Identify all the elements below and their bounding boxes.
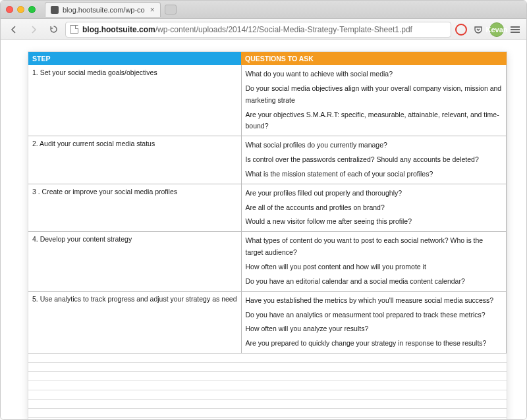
browser-window: blog.hootsuite.com/wp-co × blog.hootsuit… bbox=[0, 0, 527, 420]
minimize-window-button[interactable] bbox=[17, 6, 24, 13]
table-row bbox=[28, 409, 507, 418]
question-text: Do your social media objectives align wi… bbox=[246, 82, 503, 108]
close-tab-button[interactable]: × bbox=[150, 5, 155, 14]
question-text: How often will you analyze your results? bbox=[246, 322, 503, 336]
question-text: Do you have an analytics or measurment t… bbox=[246, 308, 503, 323]
questions-cell: Have you established the metrics by whic… bbox=[241, 291, 507, 353]
address-bar[interactable]: blog.hootsuite.com/wp-content/uploads/20… bbox=[65, 22, 451, 38]
avatar-label: Kevan bbox=[485, 26, 507, 34]
pocket-icon[interactable] bbox=[472, 24, 484, 36]
table-row bbox=[28, 418, 507, 419]
tab-bar: blog.hootsuite.com/wp-co × bbox=[1, 1, 526, 19]
question-text: What is the mission statement of each of… bbox=[246, 167, 503, 182]
table-row: 5. Use analytics to track progress and a… bbox=[28, 291, 507, 353]
table-row bbox=[28, 400, 507, 409]
question-text: What do you want to achieve with social … bbox=[246, 67, 503, 82]
table-row bbox=[28, 354, 507, 363]
opera-icon[interactable] bbox=[455, 24, 467, 36]
questions-cell: What do you want to achieve with social … bbox=[241, 65, 507, 136]
window-controls bbox=[6, 6, 36, 13]
question-text: Is control over the passwords centralize… bbox=[246, 153, 503, 167]
profile-avatar[interactable]: Kevan bbox=[489, 22, 504, 37]
toolbar: blog.hootsuite.com/wp-content/uploads/20… bbox=[1, 19, 526, 40]
questions-cell: Are your profiles filled out properly an… bbox=[241, 184, 507, 232]
reload-button[interactable] bbox=[45, 22, 61, 37]
question-text: Are you prepared to quickly change your … bbox=[246, 336, 503, 351]
question-text: How often will you post content and how … bbox=[246, 260, 503, 275]
questions-cell: What types of content do you want to pos… bbox=[241, 232, 507, 291]
browser-tab[interactable]: blog.hootsuite.com/wp-co × bbox=[45, 2, 161, 17]
close-window-button[interactable] bbox=[6, 6, 13, 13]
hamburger-icon bbox=[511, 26, 520, 33]
table-row: 2. Audit your current social media statu… bbox=[28, 136, 507, 184]
step-cell: 1. Set your social media goals/objective… bbox=[28, 65, 241, 136]
step-cell: 2. Audit your current social media statu… bbox=[28, 136, 241, 184]
table-row bbox=[28, 372, 507, 381]
strategy-table: STEP QUESTIONS TO ASK 1. Set your social… bbox=[28, 52, 507, 419]
favicon-icon bbox=[51, 6, 59, 14]
question-text: What social profiles do you currently ma… bbox=[246, 138, 503, 153]
question-text: Are your objectives S.M.A.R.T: specific,… bbox=[246, 108, 503, 134]
question-text: What types of content do you want to pos… bbox=[246, 234, 503, 260]
step-cell: 4. Develop your content strategy bbox=[28, 232, 241, 291]
step-cell: 3 . Create or improve your social media … bbox=[28, 184, 241, 232]
table-row: 1. Set your social media goals/objective… bbox=[28, 65, 507, 136]
table-row: 3 . Create or improve your social media … bbox=[28, 184, 507, 232]
page-icon bbox=[70, 25, 78, 34]
pdf-page: STEP QUESTIONS TO ASK 1. Set your social… bbox=[28, 52, 507, 419]
question-text: Are your profiles filled out properly an… bbox=[246, 186, 503, 201]
new-tab-button[interactable] bbox=[165, 5, 177, 14]
tab-title: blog.hootsuite.com/wp-co bbox=[63, 6, 145, 14]
url-path: /wp-content/uploads/2014/12/Social-Media… bbox=[155, 25, 412, 34]
maximize-window-button[interactable] bbox=[28, 6, 36, 13]
table-row bbox=[28, 381, 507, 390]
forward-button[interactable] bbox=[26, 22, 42, 37]
toolbar-right: Kevan bbox=[455, 22, 521, 37]
question-text: Do you have an editorial calendar and a … bbox=[246, 275, 503, 289]
content-area: STEP QUESTIONS TO ASK 1. Set your social… bbox=[1, 40, 526, 419]
back-button[interactable] bbox=[6, 22, 22, 37]
col-header-step: STEP bbox=[28, 52, 241, 65]
table-row bbox=[28, 390, 507, 400]
table-row bbox=[28, 363, 507, 372]
table-header-row: STEP QUESTIONS TO ASK bbox=[28, 52, 507, 65]
col-header-questions: QUESTIONS TO ASK bbox=[241, 52, 507, 65]
step-cell: 5. Use analytics to track progress and a… bbox=[28, 291, 241, 353]
questions-cell: What social profiles do you currently ma… bbox=[241, 136, 507, 184]
question-text: Have you established the metrics by whic… bbox=[246, 294, 503, 308]
table-row: 4. Develop your content strategy What ty… bbox=[28, 232, 507, 291]
url-host: blog.hootsuite.com bbox=[82, 25, 155, 34]
menu-button[interactable] bbox=[509, 24, 521, 36]
question-text: Would a new visitor follow me after seei… bbox=[246, 215, 503, 229]
question-text: Are all of the accounts and profiles on … bbox=[246, 201, 503, 215]
